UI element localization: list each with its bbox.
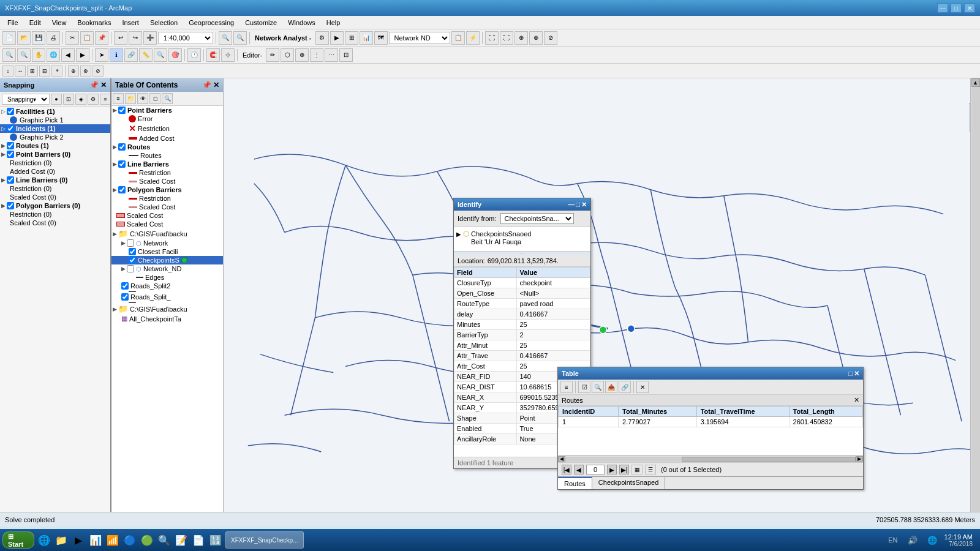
maximize-button[interactable]: □ <box>951 3 962 13</box>
table-row[interactable]: 12.7790273.1956942601.450832 <box>559 417 863 427</box>
menu-view[interactable]: View <box>47 18 72 28</box>
toc2-lb-restriction[interactable]: Restriction <box>111 168 223 177</box>
na-btn5[interactable]: 🗺 <box>374 31 388 45</box>
snapping2-btn[interactable]: ⊹ <box>221 48 235 62</box>
nav-prev-btn[interactable]: ◀ <box>574 465 584 474</box>
ed-btn4[interactable]: ⋮ <box>310 48 323 62</box>
new-btn[interactable]: 📄 <box>2 31 16 45</box>
toc2-scaledcost1[interactable]: Scaled Cost <box>111 211 223 220</box>
close-button[interactable]: ✕ <box>964 3 975 13</box>
table-hscroll-thumb[interactable] <box>682 457 856 462</box>
table-related-btn[interactable]: 🔗 <box>619 381 631 393</box>
snapping-close-btn[interactable]: ✕ <box>100 81 107 89</box>
snapping-btn[interactable]: 🧲 <box>206 48 220 62</box>
toc-find-btn[interactable]: 🔍 <box>162 93 173 104</box>
table-select-btn[interactable]: ☑ <box>578 381 590 393</box>
na-btn8[interactable]: ⛶ <box>485 31 499 45</box>
copy-btn[interactable]: 📋 <box>80 31 94 45</box>
extra-btn2[interactable]: ↔ <box>15 66 26 77</box>
undo-btn[interactable]: ↩ <box>114 31 127 45</box>
table-hscroll-track[interactable] <box>565 457 856 462</box>
na-btn3[interactable]: ⊞ <box>345 31 358 45</box>
zoom-out-btn[interactable]: 🔍 <box>233 31 247 45</box>
taskbar-search-icon[interactable]: 🔍 <box>157 533 172 547</box>
taskbar-word-icon[interactable]: 📄 <box>191 533 206 547</box>
taskbar-media-icon[interactable]: ▶ <box>71 533 86 547</box>
menu-file[interactable]: File <box>2 18 23 28</box>
extra-btn3[interactable]: ⊞ <box>27 66 38 77</box>
toc2-line-barriers[interactable]: ▶ Line Barriers <box>111 160 223 168</box>
na-btn9[interactable]: ⛶ <box>500 31 513 45</box>
snap-btn2[interactable]: ⊗ <box>80 66 91 77</box>
na-btn4[interactable]: 📊 <box>360 31 373 45</box>
identify-tree-node[interactable]: ▶ ⬡ CheckpointsSnaoed <box>456 230 588 238</box>
toc-lb-restriction[interactable]: Restriction (0) <box>0 184 110 193</box>
taskbar-chrome-icon[interactable]: 🔵 <box>123 533 137 547</box>
toc2-network-cb[interactable] <box>127 239 134 247</box>
identify-header[interactable]: Identify — □ ✕ <box>454 198 590 211</box>
table-close-btn[interactable]: ✕ <box>854 370 859 378</box>
na-btn2[interactable]: ▶ <box>330 31 344 45</box>
toc2-closest-cb[interactable] <box>129 248 136 255</box>
snapping-dropdown[interactable]: Snapping▾ <box>2 94 50 105</box>
snap-point-btn[interactable]: ● <box>51 94 62 105</box>
taskbar-calc-icon[interactable]: 🔢 <box>208 533 223 547</box>
taskbar-chart-icon[interactable]: 📊 <box>88 533 103 547</box>
next-extent-btn[interactable]: ▶ <box>76 48 89 62</box>
toc2-polygon-barriers[interactable]: ▶ Polygon Barriers <box>111 186 223 194</box>
identify-restore-btn[interactable]: □ <box>576 201 580 209</box>
zoom-out-area-btn[interactable]: 🔍 <box>17 48 31 62</box>
snap-vertex-btn[interactable]: ◈ <box>75 94 86 105</box>
menu-windows[interactable]: Windows <box>283 18 320 28</box>
identify-tree-child[interactable]: Beit 'Ur Al Fauqa <box>456 238 588 246</box>
start-button[interactable]: ⊞ Start <box>2 531 34 549</box>
time-btn[interactable]: 🕐 <box>187 48 201 62</box>
extra-btn4[interactable]: ⊟ <box>39 66 50 77</box>
snap-btn1[interactable]: ⊕ <box>68 66 79 77</box>
toc2-checkpointss-cb[interactable] <box>129 257 136 264</box>
toc-graphic-pick2[interactable]: Graphic Pick 2 <box>0 133 110 141</box>
taskbar-app1-icon[interactable]: 🟢 <box>140 533 154 547</box>
table-hscroll[interactable]: ◀ ▶ <box>558 455 863 462</box>
snap-edge-btn[interactable]: ⊡ <box>63 94 74 105</box>
snap-settings-btn[interactable]: ⚙ <box>88 94 99 105</box>
toc2-lb-cb[interactable] <box>118 160 126 168</box>
table-options-btn[interactable]: ≡ <box>560 381 573 393</box>
open-btn[interactable]: 📂 <box>17 31 31 45</box>
toc2-polb-cb[interactable] <box>118 186 126 193</box>
scale-dropdown[interactable]: 1:40,000 <box>158 32 213 44</box>
hyperlink-btn[interactable]: 🔗 <box>124 48 138 62</box>
toc2-routes-line[interactable]: Routes <box>111 151 223 160</box>
toc2-network-nd[interactable]: ▶ ⬡ Network_ND <box>111 264 223 273</box>
table-scroll-area[interactable]: IncidentIDTotal_MinutesTotal_TravelTimeT… <box>558 406 863 455</box>
toc2-pb-cb[interactable] <box>118 107 126 114</box>
identify-from-dropdown[interactable]: CheckpointsSna... <box>500 213 574 224</box>
toc-incidents[interactable]: ▷ Incidents (1) <box>0 124 110 133</box>
toc2-networknd-cb[interactable] <box>127 265 134 272</box>
print-btn[interactable]: 🖨 <box>47 31 60 45</box>
toc-source-btn[interactable]: 📁 <box>125 93 136 104</box>
toc2-pb-error[interactable]: Error <box>111 114 223 123</box>
ed-btn1[interactable]: ✏ <box>266 48 279 62</box>
line-barriers-cb[interactable] <box>7 176 14 184</box>
toc2-point-barriers[interactable]: ▶ Point Barriers <box>111 106 223 114</box>
nav-current-input[interactable] <box>586 465 605 474</box>
taskbar-arcmap-btn[interactable]: XFXFXF_SnapCheckp... <box>225 531 304 549</box>
ed-btn6[interactable]: ⊡ <box>339 48 353 62</box>
go-to-btn[interactable]: 🎯 <box>168 48 182 62</box>
table-export-btn[interactable]: 📤 <box>605 381 617 393</box>
toc2-routes-cb[interactable] <box>118 143 126 151</box>
toc-polb-restriction[interactable]: Restriction (0) <box>0 210 110 219</box>
toc-sel-btn[interactable]: ◻ <box>149 93 160 104</box>
menu-insert[interactable]: Insert <box>117 18 144 28</box>
menu-selection[interactable]: Selection <box>145 18 183 28</box>
nav-next-btn[interactable]: ▶ <box>607 465 617 474</box>
ed-btn2[interactable]: ⬡ <box>281 48 294 62</box>
add-data-btn[interactable]: ➕ <box>143 31 157 45</box>
toc2-roads-split[interactable]: Roads_Split_ <box>111 293 223 301</box>
toc2-folder2[interactable]: ▶ 📁 C:\GIS\Fuad\backu <box>111 304 223 314</box>
taskbar-wifi-icon[interactable]: 📶 <box>105 533 120 547</box>
toc-pin-btn[interactable]: 📌 <box>202 81 211 89</box>
toc2-roads-split2[interactable]: Roads_Split2 <box>111 282 223 290</box>
table-del-btn[interactable]: ✕ <box>636 381 649 393</box>
